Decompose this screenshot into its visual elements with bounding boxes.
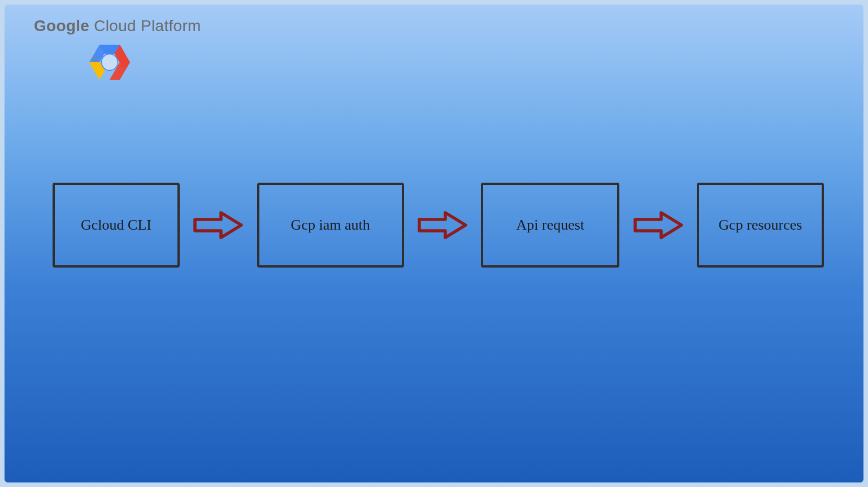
title-bold: Google: [34, 17, 89, 35]
slide-title: Google Cloud Platform: [34, 17, 201, 35]
node-gcp-resources: Gcp resources: [697, 183, 824, 268]
node-label: Api request: [517, 217, 585, 234]
node-label: Gcp iam auth: [291, 217, 370, 234]
node-gcloud-cli: Gcloud CLI: [53, 183, 180, 268]
node-label: Gcp resources: [718, 217, 802, 234]
arrow-icon: [633, 209, 684, 241]
flow-row: Gcloud CLI Gcp iam auth Api request Gcp …: [53, 183, 824, 268]
title-rest: Cloud Platform: [89, 17, 201, 35]
slide-canvas: Google Cloud Platform Gcloud CLI Gcp iam…: [5, 5, 863, 482]
gcp-hexagon-icon: [89, 44, 130, 80]
node-api-request: Api request: [481, 183, 619, 268]
arrow-icon: [417, 209, 468, 241]
node-gcp-iam-auth: Gcp iam auth: [257, 183, 404, 268]
arrow-icon: [193, 209, 244, 241]
node-label: Gcloud CLI: [81, 217, 151, 234]
